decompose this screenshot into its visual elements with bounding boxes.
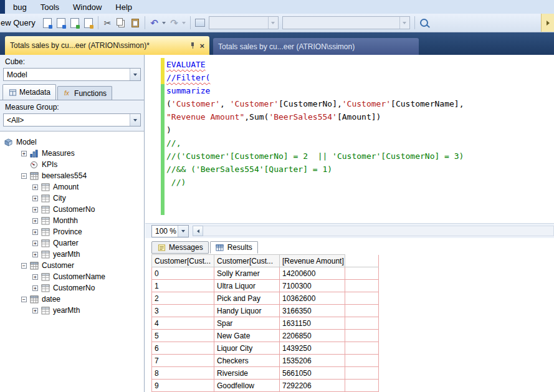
cube-select[interactable]: Model xyxy=(3,68,141,81)
code-line-1[interactable]: EVALUATE xyxy=(145,58,554,71)
table-row[interactable]: 7Checkers1535206 xyxy=(152,355,379,367)
table-row[interactable]: 2Pick and Pay10362600 xyxy=(152,292,379,305)
table-cell[interactable]: Goodfellow xyxy=(214,380,280,392)
expand-icon[interactable]: + xyxy=(21,151,27,156)
tab-metadata[interactable]: Metadata xyxy=(2,84,56,100)
tree-item-customerno[interactable]: +CustomerNo xyxy=(0,282,144,294)
undo-dropdown-icon[interactable] xyxy=(162,22,166,24)
expand-icon[interactable]: + xyxy=(32,308,38,313)
zoom-select[interactable]: 100 % xyxy=(151,225,189,237)
collapse-icon[interactable]: − xyxy=(21,263,27,269)
table-cell[interactable]: Handy Liquor xyxy=(214,305,280,317)
tab-functions[interactable]: fx Functions xyxy=(57,86,112,100)
table-cell[interactable]: 5661050 xyxy=(280,367,345,380)
table-cell[interactable]: 3166350 xyxy=(280,305,345,317)
expand-icon[interactable]: + xyxy=(32,241,38,246)
table-cell[interactable]: 8 xyxy=(152,367,214,380)
code-line-8[interactable]: //('Customer'[CustomerNo] = 2 || 'Custom… xyxy=(145,150,554,163)
code-line-7[interactable]: //, xyxy=(145,136,554,150)
table-cell[interactable]: 7 xyxy=(152,355,214,367)
redo-dropdown-icon[interactable] xyxy=(182,22,186,24)
database-engine-query-icon[interactable] xyxy=(41,16,54,30)
table-cell[interactable]: New Gate xyxy=(214,330,280,342)
browse-icon[interactable] xyxy=(418,16,431,30)
code-line-10[interactable]: //) xyxy=(145,176,554,189)
menu-item-help[interactable]: Help xyxy=(108,1,139,14)
table-cell[interactable]: 7292206 xyxy=(280,380,345,392)
tree-item-monthh[interactable]: +Monthh xyxy=(0,215,144,226)
table-row[interactable]: 3Handy Liquor3166350 xyxy=(152,305,379,317)
table-cell[interactable]: 1535206 xyxy=(280,355,345,367)
table-cell[interactable]: 4 xyxy=(152,317,214,330)
table-row[interactable]: 4Spar1631150 xyxy=(152,317,379,330)
table-row[interactable]: 0Solly Kramer14200600 xyxy=(152,267,379,280)
code-line-6[interactable]: ) xyxy=(145,123,554,136)
expand-icon[interactable]: + xyxy=(32,207,38,213)
table-row[interactable]: 8Riverside5661050 xyxy=(152,367,379,380)
table-row[interactable]: 5New Gate2206850 xyxy=(152,330,379,342)
menu-item-window[interactable]: Window xyxy=(66,1,108,14)
measure-group-select[interactable]: <All> xyxy=(3,113,141,127)
table-cell[interactable]: Riverside xyxy=(214,367,280,380)
collapse-icon[interactable]: − xyxy=(21,297,27,302)
combo-dropdown-icon[interactable] xyxy=(268,17,278,29)
table-cell[interactable]: 7100300 xyxy=(280,280,345,292)
table-cell[interactable]: 1 xyxy=(152,280,214,292)
table-cell[interactable]: Pick and Pay xyxy=(214,292,280,305)
tree-item-quarter[interactable]: +Quarter xyxy=(0,237,144,249)
redo-icon[interactable]: ↷ xyxy=(168,16,181,30)
code-line-4[interactable]: ('Customer', 'Customer'[CustomerNo],'Cus… xyxy=(145,97,554,110)
new-query-button[interactable]: ew Query xyxy=(1,18,36,27)
table-cell[interactable]: 14200600 xyxy=(280,267,345,280)
table-cell[interactable]: 9 xyxy=(152,380,214,392)
scroll-left-icon[interactable] xyxy=(193,226,203,236)
combo-dropdown-icon[interactable] xyxy=(399,17,409,29)
code-line-9[interactable]: //&& ('BeerSales554'[Quarter] = 1) xyxy=(145,163,554,176)
scrollbar-track[interactable] xyxy=(203,226,554,236)
table-cell[interactable]: Ultra Liquor xyxy=(214,280,280,292)
tree-item-yearmth[interactable]: +yearMth xyxy=(0,305,144,316)
tree-item-customerno[interactable]: +CustomerNo xyxy=(0,204,144,215)
expand-icon[interactable]: + xyxy=(32,285,38,291)
table-row[interactable]: 6Liquor City1439250 xyxy=(152,342,379,355)
paste-icon[interactable] xyxy=(128,16,142,30)
tree-item-yearmth[interactable]: +yearMth xyxy=(0,249,144,260)
expand-icon[interactable]: + xyxy=(32,184,38,190)
column-header[interactable]: Customer[Cust... xyxy=(214,255,280,267)
tab-results[interactable]: Results xyxy=(210,241,258,254)
table-cell[interactable]: Solly Kramer xyxy=(214,267,280,280)
table-cell[interactable]: 10362600 xyxy=(280,292,345,305)
toolbar-overflow-button[interactable] xyxy=(541,14,554,32)
tree-item-city[interactable]: +City xyxy=(0,193,144,204)
table-cell[interactable]: Spar xyxy=(214,317,280,330)
menu-item-bug[interactable]: bug xyxy=(6,1,34,14)
code-line-12[interactable] xyxy=(145,202,554,215)
column-header[interactable]: Customer[Cust... xyxy=(152,255,214,267)
close-icon[interactable]: × xyxy=(199,41,204,50)
table-row[interactable]: 9Goodfellow7292206 xyxy=(152,380,379,392)
table-cell[interactable]: 6 xyxy=(152,342,214,355)
undo-icon[interactable]: ↶ xyxy=(148,16,161,30)
tree-item-beersales554[interactable]: −beersales554 xyxy=(0,170,144,181)
table-cell[interactable]: 3 xyxy=(152,305,214,317)
code-line-11[interactable] xyxy=(145,189,554,202)
tree-item-datee[interactable]: −datee xyxy=(0,294,144,305)
expand-icon[interactable]: + xyxy=(32,229,38,235)
tree-item-measures[interactable]: +Measures xyxy=(0,148,144,159)
tree-item-kpis[interactable]: KPIs xyxy=(0,159,144,170)
menu-item-tools[interactable]: Tools xyxy=(34,1,66,14)
query-editor[interactable]: EVALUATE//Filter(summarize('Customer', '… xyxy=(145,55,554,223)
table-cell[interactable]: 1631150 xyxy=(280,317,345,330)
tree-item-province[interactable]: +Province xyxy=(0,226,144,237)
connection-combo[interactable] xyxy=(282,16,410,29)
table-cell[interactable]: 0 xyxy=(152,267,214,280)
chevron-down-icon[interactable] xyxy=(130,114,140,126)
mdx-query-icon[interactable] xyxy=(54,16,68,30)
horizontal-scrollbar[interactable] xyxy=(193,226,554,236)
code-line-5[interactable]: "Revenue Amount",Sum('BeerSales554'[Amou… xyxy=(145,110,554,123)
table-cell[interactable]: 1439250 xyxy=(280,342,345,355)
table-cell[interactable]: Checkers xyxy=(214,355,280,367)
table-cell[interactable]: 2206850 xyxy=(280,330,345,342)
expand-icon[interactable]: + xyxy=(32,252,38,257)
tree-item-customername[interactable]: +CustomerName xyxy=(0,271,144,282)
